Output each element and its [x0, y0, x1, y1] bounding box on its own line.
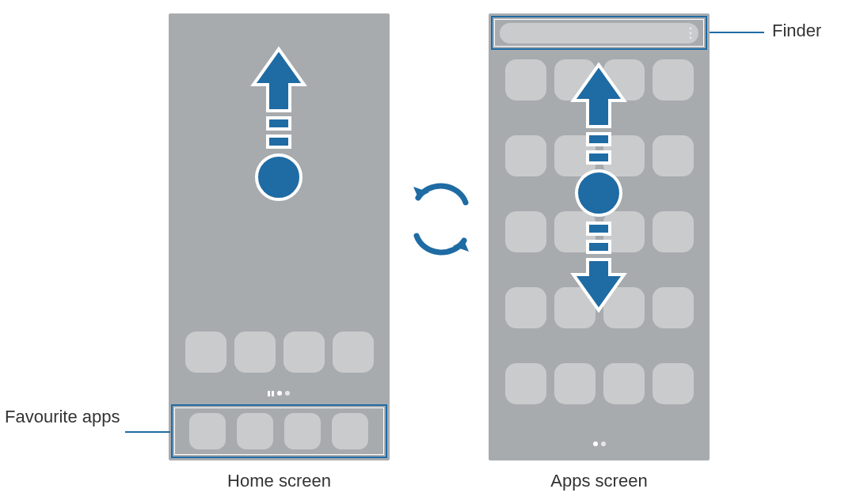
apps-screen-caption: Apps screen — [489, 471, 710, 491]
app-tile — [554, 287, 596, 328]
app-tile — [505, 363, 546, 404]
svg-point-3 — [285, 391, 290, 396]
favourite-apps-callout — [171, 404, 387, 458]
diagram: Home screen Favourite apps — [0, 0, 841, 504]
svg-rect-1 — [272, 391, 274, 396]
favourite-apps-label: Favourite apps — [5, 407, 120, 427]
app-tile — [653, 211, 694, 252]
app-tile — [185, 332, 226, 373]
svg-point-2 — [277, 391, 282, 396]
app-tile — [505, 287, 546, 328]
app-tile — [603, 287, 645, 328]
app-tile — [554, 59, 596, 100]
home-screen-phone — [169, 13, 390, 460]
app-tile — [603, 363, 645, 404]
swap-arrows-icon — [405, 174, 477, 265]
app-tile — [234, 332, 276, 373]
app-tile — [603, 59, 645, 100]
app-tile — [284, 332, 325, 373]
app-tile — [603, 135, 645, 176]
app-tile — [653, 287, 694, 328]
svg-point-10 — [593, 441, 598, 446]
home-screen-caption: Home screen — [169, 471, 390, 491]
app-tile — [505, 59, 546, 100]
finder-callout — [491, 16, 707, 50]
app-tile — [603, 211, 645, 252]
app-tile — [653, 135, 694, 176]
app-tile — [505, 211, 546, 252]
finder-label: Finder — [772, 21, 821, 41]
svg-point-11 — [601, 441, 606, 446]
swipe-up-icon — [231, 41, 326, 215]
app-tile — [333, 332, 374, 373]
svg-rect-0 — [268, 391, 270, 396]
svg-point-6 — [257, 155, 301, 199]
app-tile — [505, 135, 546, 176]
svg-rect-5 — [268, 136, 290, 147]
app-tile — [554, 135, 596, 176]
app-tile — [653, 59, 694, 100]
svg-rect-4 — [268, 118, 290, 129]
apps-screen-phone — [489, 13, 710, 460]
leader-line — [125, 431, 170, 433]
svg-point-14 — [577, 171, 621, 215]
app-tile — [554, 211, 596, 252]
app-tile — [554, 363, 596, 404]
app-tile — [653, 363, 694, 404]
page-indicator-icon — [489, 440, 710, 448]
leader-line — [710, 32, 764, 33]
page-indicator-icon — [169, 389, 390, 397]
